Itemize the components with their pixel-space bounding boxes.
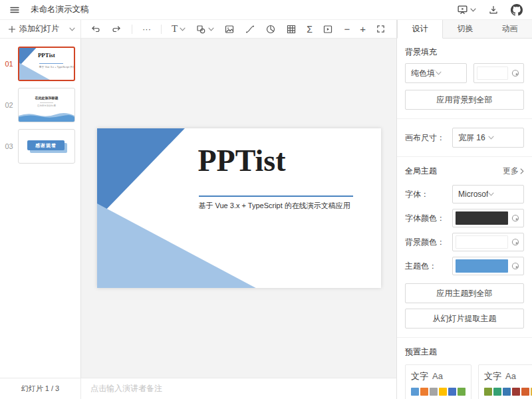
insert-media-icon[interactable]: [323, 24, 333, 35]
more-tools-icon[interactable]: ···: [142, 24, 151, 34]
add-slide-label: 添加幻灯片: [19, 23, 59, 35]
insert-image-icon[interactable]: [224, 24, 235, 35]
toolbar: 添加幻灯片: [0, 20, 396, 39]
slide-number: 03: [0, 142, 18, 150]
background-fill-row: 纯色填充: [405, 63, 524, 83]
canvas-size-select[interactable]: 宽屏 16：9: [452, 128, 524, 148]
preset-theme-card-1[interactable]: 文字 Aa: [405, 364, 471, 399]
insert-shape-group: [196, 24, 214, 35]
apply-background-all-button[interactable]: 应用背景到全部: [405, 90, 524, 110]
palette-icon: [511, 261, 520, 271]
slide-title-text[interactable]: PPTist: [198, 143, 286, 178]
theme-more-link[interactable]: 更多: [503, 166, 524, 177]
insert-chart-icon[interactable]: [265, 24, 276, 35]
thumb-title-underline: [39, 63, 64, 64]
theme-background-color-picker[interactable]: [452, 233, 524, 251]
thumb-title-underline: [40, 102, 53, 103]
pptist-app: 未命名演示文稿: [0, 0, 532, 399]
theme-color-swatches: [484, 388, 532, 396]
palette-icon: [511, 237, 520, 247]
preset-themes-label: 预置主题: [405, 346, 524, 358]
thumb-slide-title: PPTist: [38, 52, 55, 59]
toolbar-divider: [132, 25, 132, 34]
thumb-slide-title: 在此处添加标题: [19, 96, 74, 100]
slide-thumbnail-panel: 01 PPTist 基于 Vue 3.x + TypeScript 的在线演示文…: [0, 39, 81, 378]
color-swatch: [503, 388, 511, 396]
tab-transition[interactable]: 切换: [443, 20, 487, 39]
thanks-banner: 感谢观看: [27, 140, 66, 152]
chevron-down-icon[interactable]: [180, 27, 186, 31]
font-color-picker[interactable]: [452, 209, 524, 227]
insert-line-icon[interactable]: [245, 24, 255, 35]
redo-icon[interactable]: [111, 24, 122, 35]
slide-thumbnail-preview: 在此处添加标题 在此处添加副标题: [18, 88, 75, 122]
design-panel: 背景填充 纯色填充 应用背景到全部: [397, 39, 532, 399]
section-divider: [397, 337, 532, 338]
slide-thumbnail-preview: PPTist 基于 Vue 3.x + TypeScript 的在线演示文稿应用: [18, 47, 75, 81]
toolbar-divider: [161, 25, 162, 34]
right-panel: 设计 切换 动画 背景填充 纯色填充: [397, 20, 532, 399]
background-color-picker[interactable]: [473, 63, 524, 83]
color-swatch: [430, 388, 438, 396]
section-divider: [397, 118, 532, 119]
insert-shape-icon[interactable]: [196, 24, 206, 35]
add-slide-cell: 添加幻灯片: [0, 20, 81, 38]
color-swatch: [521, 388, 529, 396]
fill-type-select[interactable]: 纯色填充: [405, 63, 467, 83]
slide-subtitle-text[interactable]: 基于 Vue 3.x + TypeScript 的在线演示文稿应用: [199, 201, 350, 211]
header-icons: [457, 4, 523, 16]
slide-title-underline[interactable]: [199, 196, 353, 197]
document-title[interactable]: 未命名演示文稿: [31, 4, 89, 15]
palette-icon: [511, 68, 520, 78]
section-divider: [397, 156, 532, 157]
preset-theme-card-2[interactable]: 文字 Aa: [478, 364, 532, 399]
tab-design[interactable]: 设计: [397, 20, 443, 39]
theme-color-swatch: [456, 259, 508, 273]
theme-background-color-label: 背景颜色：: [405, 237, 445, 248]
zoom-in-button[interactable]: +: [360, 23, 366, 35]
tab-animation[interactable]: 动画: [487, 20, 532, 39]
slide-thumbnail-2[interactable]: 02 在此处添加标题 在此处添加副标题: [0, 88, 80, 122]
background-color-swatch: [477, 66, 508, 80]
chevron-down-icon: [488, 192, 518, 196]
chevron-down-icon: [436, 71, 460, 75]
insert-table-icon[interactable]: [286, 24, 297, 35]
present-button[interactable]: [457, 4, 476, 15]
theme-color-picker[interactable]: [452, 257, 524, 275]
insert-formula-icon[interactable]: Σ: [307, 24, 313, 35]
hamburger-menu-icon[interactable]: [9, 5, 20, 15]
color-swatch: [448, 388, 456, 396]
color-swatch: [439, 388, 447, 396]
zoom-out-button[interactable]: −: [344, 23, 350, 35]
chevron-right-icon: [520, 168, 524, 174]
color-swatch: [484, 388, 492, 396]
main-content: 添加幻灯片: [0, 20, 532, 399]
slide-thumbnail-1[interactable]: 01 PPTist 基于 Vue 3.x + TypeScript 的在线演示文…: [0, 47, 80, 81]
theme-color-row: 主题色：: [405, 257, 524, 275]
fill-type-value: 纯色填充: [411, 68, 436, 79]
theme-preview-text: 文字 Aa: [411, 370, 466, 382]
add-slide-button[interactable]: 添加幻灯片: [0, 23, 63, 35]
undo-icon[interactable]: [90, 24, 101, 35]
chevron-down-icon[interactable]: [208, 27, 214, 31]
extract-theme-button[interactable]: 从幻灯片提取主题: [405, 309, 524, 329]
export-download-icon[interactable]: [488, 5, 499, 15]
github-icon[interactable]: [511, 4, 523, 16]
thumb-slide-text: 感谢观看: [27, 140, 65, 150]
theme-font-select[interactable]: Microsoft Yahei: [452, 185, 524, 203]
fit-screen-icon[interactable]: [376, 24, 386, 34]
font-label: 字体：: [405, 189, 429, 200]
theme-font-row: 字体： Microsoft Yahei: [405, 185, 524, 203]
theme-color-swatches: [411, 388, 466, 396]
add-slide-dropdown-button[interactable]: [63, 27, 80, 31]
font-color-row: 字体颜色：: [405, 209, 524, 227]
slide-thumbnail-3[interactable]: 03 感谢观看: [0, 129, 80, 164]
apply-theme-all-button[interactable]: 应用主题到全部: [405, 283, 524, 303]
speaker-notes-input[interactable]: 点击输入演讲者备注: [81, 378, 396, 399]
slide-number: 02: [0, 101, 18, 109]
color-swatch: [512, 388, 520, 396]
slide-canvas[interactable]: PPTist 基于 Vue 3.x + TypeScript 的在线演示文稿应用: [97, 128, 381, 288]
insert-text-icon[interactable]: T: [172, 23, 178, 35]
canvas-area[interactable]: PPTist 基于 Vue 3.x + TypeScript 的在线演示文稿应用: [81, 39, 396, 378]
theme-aa-sample: Aa: [505, 371, 516, 381]
